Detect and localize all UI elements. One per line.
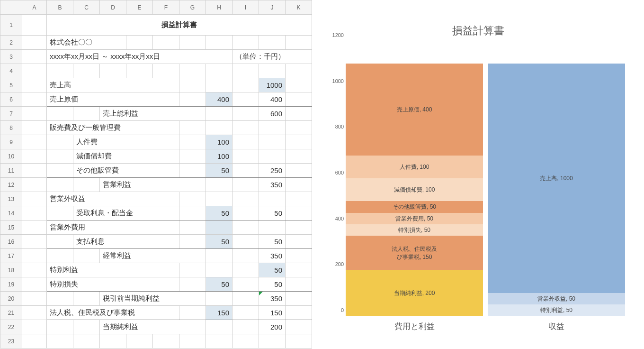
row-header-14[interactable]: 14 — [0, 206, 22, 220]
cell-I8[interactable] — [233, 121, 259, 135]
cell-K14[interactable] — [286, 206, 312, 220]
cell-G18[interactable] — [179, 263, 206, 277]
row-header-16[interactable]: 16 — [0, 235, 22, 249]
cell-J7[interactable]: 600 — [259, 107, 286, 121]
cell-A16[interactable] — [22, 235, 47, 249]
cell-B15[interactable]: 営業外費用 — [47, 220, 179, 235]
cell-D7[interactable]: 売上総利益 — [100, 107, 206, 121]
cell-J19[interactable]: 50 — [259, 277, 286, 292]
grid[interactable]: ABCDEFGHIJK 1損益計算書2株式会社〇〇3xxxx年xx月xx日 ～ … — [0, 0, 312, 349]
cell-D17[interactable]: 経常利益 — [100, 249, 206, 263]
cell-I11[interactable] — [233, 164, 259, 178]
cell-G4[interactable] — [179, 64, 206, 78]
cell-K8[interactable] — [286, 121, 312, 135]
cell-H18[interactable] — [206, 263, 233, 277]
cell-A10[interactable] — [22, 149, 47, 164]
cell-A23[interactable] — [22, 334, 47, 349]
cell-B13[interactable]: 営業外収益 — [47, 192, 179, 206]
cell-H8[interactable] — [206, 121, 233, 135]
cell-J2[interactable] — [259, 36, 286, 50]
column-header-I[interactable]: I — [233, 0, 259, 15]
cell-J16[interactable]: 50 — [259, 235, 286, 249]
cell-A20[interactable] — [22, 292, 47, 306]
cell-K21[interactable] — [286, 306, 312, 320]
select-all-corner[interactable] — [0, 0, 22, 15]
cell-D20[interactable]: 税引前当期純利益 — [100, 292, 206, 306]
cell-H16[interactable]: 50 — [206, 235, 233, 249]
column-header-B[interactable]: B — [47, 0, 73, 15]
cell-H15[interactable] — [206, 220, 233, 235]
cell-B18[interactable]: 特別利益 — [47, 263, 179, 277]
cell-J17[interactable]: 350 — [259, 249, 286, 263]
cell-I22[interactable] — [233, 320, 259, 334]
cell-A4[interactable] — [22, 64, 47, 78]
cell-E2[interactable] — [126, 36, 153, 50]
row-header-2[interactable]: 2 — [0, 36, 22, 50]
cell-J13[interactable] — [259, 192, 286, 206]
cell-C22[interactable] — [73, 320, 100, 334]
row-header-23[interactable]: 23 — [0, 334, 22, 349]
cell-C4[interactable] — [73, 64, 100, 78]
row-header-6[interactable]: 6 — [0, 92, 22, 107]
cell-J14[interactable]: 50 — [259, 206, 286, 220]
cell-G8[interactable] — [179, 121, 206, 135]
cell-J21[interactable]: 150 — [259, 306, 286, 320]
column-header-E[interactable]: E — [126, 0, 153, 15]
cell-J23[interactable] — [259, 334, 286, 349]
cell-H21[interactable]: 150 — [206, 306, 233, 320]
cell-A8[interactable] — [22, 121, 47, 135]
row-header-7[interactable]: 7 — [0, 107, 22, 121]
cell-A18[interactable] — [22, 263, 47, 277]
cell-K6[interactable] — [286, 92, 312, 107]
cell-K7[interactable] — [286, 107, 312, 121]
cell-B17[interactable] — [47, 249, 73, 263]
row-header-5[interactable]: 5 — [0, 78, 22, 92]
cell-B1[interactable]: 損益計算書 — [47, 15, 312, 36]
cell-I20[interactable] — [233, 292, 259, 306]
cell-I4[interactable] — [233, 64, 259, 78]
row-header-1[interactable]: 1 — [0, 15, 22, 36]
cell-I13[interactable] — [233, 192, 259, 206]
cell-A17[interactable] — [22, 249, 47, 263]
cell-B22[interactable] — [47, 320, 73, 334]
cell-J15[interactable] — [259, 220, 286, 235]
cell-C9[interactable]: 人件費 — [73, 135, 179, 149]
cell-C14[interactable]: 受取利息・配当金 — [73, 206, 179, 220]
cell-I10[interactable] — [233, 149, 259, 164]
cell-I3[interactable]: （単位：千円） — [233, 50, 312, 64]
cell-H5[interactable] — [206, 78, 233, 92]
cell-H9[interactable]: 100 — [206, 135, 233, 149]
cell-K12[interactable] — [286, 178, 312, 192]
cell-B2[interactable]: 株式会社〇〇 — [47, 36, 126, 50]
cell-B5[interactable]: 売上高 — [47, 78, 179, 92]
cell-H12[interactable] — [206, 178, 233, 192]
cell-J9[interactable] — [259, 135, 286, 149]
cell-G23[interactable] — [179, 334, 206, 349]
cell-H11[interactable]: 50 — [206, 164, 233, 178]
cell-I19[interactable] — [233, 277, 259, 292]
cell-I21[interactable] — [233, 306, 259, 320]
cell-A14[interactable] — [22, 206, 47, 220]
cell-A6[interactable] — [22, 92, 47, 107]
cell-G19[interactable] — [179, 277, 206, 292]
cell-B19[interactable]: 特別損失 — [47, 277, 179, 292]
cell-E23[interactable] — [126, 334, 153, 349]
cell-B20[interactable] — [47, 292, 73, 306]
row-header-3[interactable]: 3 — [0, 50, 22, 64]
column-header-H[interactable]: H — [206, 0, 233, 15]
cell-I17[interactable] — [233, 249, 259, 263]
row-header-13[interactable]: 13 — [0, 192, 22, 206]
cell-B10[interactable] — [47, 149, 73, 164]
cell-J10[interactable] — [259, 149, 286, 164]
row-header-12[interactable]: 12 — [0, 178, 22, 192]
row-header-22[interactable]: 22 — [0, 320, 22, 334]
row-header-11[interactable]: 11 — [0, 164, 22, 178]
cell-F2[interactable] — [153, 36, 179, 50]
cell-G2[interactable] — [179, 36, 206, 50]
cell-B23[interactable] — [47, 334, 73, 349]
cell-A15[interactable] — [22, 220, 47, 235]
cell-B4[interactable] — [47, 64, 73, 78]
cell-J20[interactable]: 350 — [259, 292, 286, 306]
cell-D22[interactable]: 当期純利益 — [100, 320, 206, 334]
cell-K13[interactable] — [286, 192, 312, 206]
